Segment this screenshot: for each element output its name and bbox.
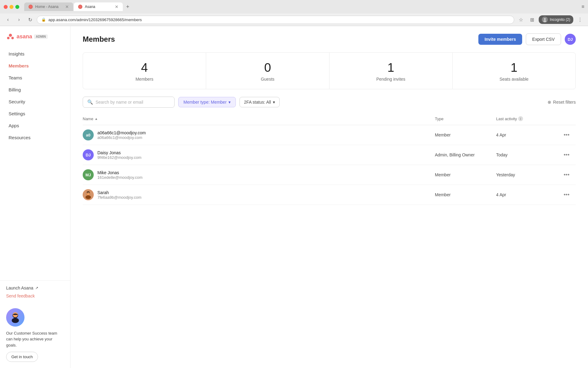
- incognito-btn[interactable]: Incognito (2): [539, 15, 573, 24]
- stat-members-value: 4: [90, 60, 198, 75]
- member-details-1: a06a66c1@moodjoy.com a06a66c1@moodjoy.co…: [97, 130, 146, 140]
- browser-nav: ‹ › ↻ 🔒 app.asana.com/admin/120326967592…: [0, 13, 588, 26]
- asana-logo: asana ADMIN: [6, 32, 48, 41]
- row-actions-1: •••: [557, 131, 576, 140]
- activity-info-icon[interactable]: i: [518, 116, 523, 121]
- members-table: Name ▲ Type Last activity i a0 a06a66c1@…: [83, 114, 576, 205]
- member-more-btn-4[interactable]: •••: [561, 190, 572, 199]
- member-avatar-2: DJ: [83, 149, 94, 160]
- app-layout: asana ADMIN Insights Members Teams Billi…: [0, 26, 588, 368]
- stats-row: 4 Members 0 Guests 1 Pending invites 1 S…: [83, 52, 576, 89]
- sidebar-item-members[interactable]: Members: [2, 60, 68, 71]
- col-header-actions: [557, 116, 576, 121]
- forward-button[interactable]: ›: [15, 15, 23, 24]
- member-more-btn-2[interactable]: •••: [561, 151, 572, 159]
- user-avatar-button[interactable]: DJ: [565, 34, 576, 45]
- col-activity-label: Last activity: [496, 117, 517, 121]
- tab-favicon-asana: [78, 5, 82, 9]
- svg-point-17: [89, 193, 90, 194]
- member-type-filter[interactable]: Member type: Member ▾: [178, 97, 236, 107]
- sidebar-item-resources[interactable]: Resources: [2, 132, 68, 143]
- col-header-type: Type: [435, 116, 496, 121]
- url-text: app.asana.com/admin/1203269675928665/mem…: [48, 17, 142, 22]
- table-row: MJ Mike Jonas 161ede8e@moodjoy.com Membe…: [83, 165, 576, 185]
- col-header-activity: Last activity i: [496, 116, 557, 121]
- get-in-touch-button[interactable]: Get in touch: [6, 352, 38, 362]
- member-more-btn-1[interactable]: •••: [561, 131, 572, 140]
- reload-button[interactable]: ↻: [26, 15, 34, 24]
- col-type-label: Type: [435, 117, 443, 121]
- header-actions: Invite members Export CSV DJ: [478, 33, 576, 45]
- sidebar-item-security[interactable]: Security: [2, 96, 68, 107]
- svg-point-3: [543, 20, 546, 22]
- tab-label-home: Home - Asana: [35, 5, 58, 9]
- minimize-dot[interactable]: [9, 5, 13, 9]
- new-tab-btn[interactable]: +: [123, 2, 132, 11]
- member-type-4: Member: [435, 192, 496, 197]
- svg-point-14: [85, 195, 91, 199]
- member-activity-1: 4 Apr: [496, 132, 557, 137]
- row-actions-3: •••: [557, 171, 576, 179]
- browser-menu-btn[interactable]: ⋮: [576, 15, 584, 24]
- export-csv-button[interactable]: Export CSV: [526, 33, 561, 45]
- stat-pending-label: Pending invites: [337, 77, 445, 82]
- stat-members: 4 Members: [83, 53, 206, 89]
- stat-members-label: Members: [90, 77, 198, 82]
- svg-point-11: [16, 314, 17, 315]
- member-email-2: 9f46e162@moodjoy.com: [97, 155, 141, 160]
- member-info-2: DJ Daisy Jonas 9f46e162@moodjoy.com: [83, 149, 435, 160]
- col-name-label: Name: [83, 117, 93, 121]
- tab-close-home[interactable]: ✕: [65, 4, 69, 9]
- twofa-filter[interactable]: 2FA status: All ▾: [239, 97, 280, 107]
- close-dot[interactable]: [4, 5, 8, 9]
- tab-favicon-home: [28, 5, 33, 9]
- member-details-2: Daisy Jonas 9f46e162@moodjoy.com: [97, 150, 141, 160]
- stat-guests: 0 Guests: [206, 53, 329, 89]
- browser-tab-home[interactable]: Home - Asana ✕: [24, 2, 73, 11]
- send-feedback-link[interactable]: Send feedback: [6, 293, 64, 298]
- col-header-name[interactable]: Name ▲: [83, 116, 435, 121]
- reset-filters-btn[interactable]: ⊗ Reset filters: [548, 100, 576, 105]
- back-button[interactable]: ‹: [4, 15, 12, 24]
- member-activity-2: Today: [496, 152, 557, 157]
- stat-pending: 1 Pending invites: [330, 53, 453, 89]
- launch-asana-link[interactable]: Launch Asana ↗: [6, 286, 64, 290]
- main-header: Members Invite members Export CSV DJ: [70, 26, 588, 45]
- sidebar-navigation: Insights Members Teams Billing Security …: [0, 46, 70, 280]
- browser-titlebar: Home - Asana ✕ Asana ✕ + ≡: [0, 0, 588, 13]
- asana-logo-text: asana: [17, 33, 32, 40]
- twofa-chevron-icon: ▾: [273, 100, 275, 105]
- tab-label-asana: Asana: [85, 5, 95, 9]
- member-name-2: Daisy Jonas: [97, 150, 141, 155]
- sidebar-bottom: Launch Asana ↗ Send feedback: [0, 280, 70, 303]
- member-name-4: Sarah: [97, 190, 141, 195]
- member-email-3: 161ede8e@moodjoy.com: [97, 175, 142, 180]
- sidebar: asana ADMIN Insights Members Teams Billi…: [0, 26, 70, 368]
- row-actions-4: •••: [557, 190, 576, 199]
- sidebar-logo: asana ADMIN: [0, 26, 70, 46]
- browser-tab-asana[interactable]: Asana ✕: [74, 2, 123, 11]
- sidebar-item-apps[interactable]: Apps: [2, 120, 68, 131]
- svg-point-16: [87, 193, 88, 194]
- tab-close-asana[interactable]: ✕: [115, 4, 119, 9]
- profile-btn[interactable]: ⊞: [528, 15, 536, 24]
- browser-menu-icon[interactable]: ≡: [582, 4, 584, 10]
- chevron-down-icon: ▾: [228, 100, 231, 105]
- launch-asana-label: Launch Asana: [6, 286, 33, 290]
- search-input[interactable]: [96, 100, 157, 105]
- maximize-dot[interactable]: [15, 5, 19, 9]
- member-more-btn-3[interactable]: •••: [561, 171, 572, 179]
- search-box[interactable]: 🔍: [83, 97, 175, 108]
- sidebar-item-insights[interactable]: Insights: [2, 48, 68, 59]
- stat-seats: 1 Seats available: [453, 53, 575, 89]
- sidebar-item-teams[interactable]: Teams: [2, 72, 68, 83]
- sidebar-item-settings[interactable]: Settings: [2, 108, 68, 119]
- bookmark-btn[interactable]: ☆: [517, 15, 525, 24]
- lock-icon: 🔒: [41, 17, 46, 22]
- sidebar-item-billing[interactable]: Billing: [2, 84, 68, 95]
- page-title: Members: [83, 35, 115, 44]
- invite-members-button[interactable]: Invite members: [478, 34, 522, 45]
- address-bar[interactable]: 🔒 app.asana.com/admin/1203269675928665/m…: [37, 16, 514, 24]
- member-info-4: Sarah 7fe6aa9b@moodjoy.com: [83, 189, 435, 200]
- member-type-2: Admin, Billing Owner: [435, 152, 496, 157]
